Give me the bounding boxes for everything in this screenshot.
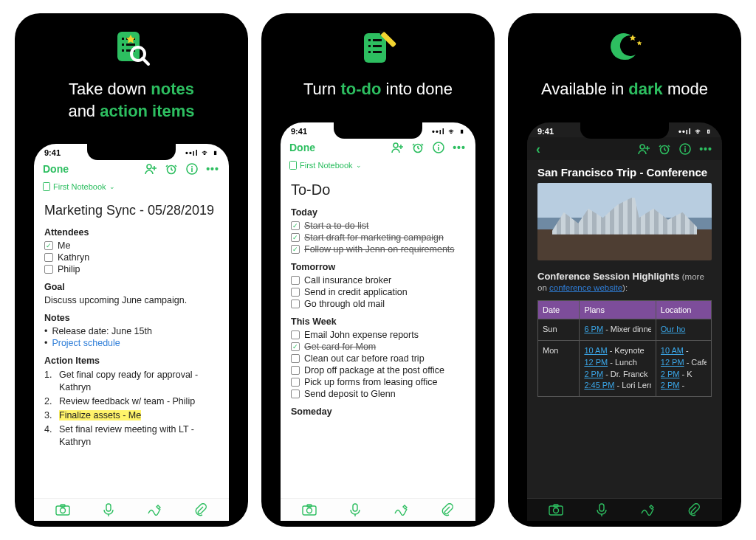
notebook-breadcrumb[interactable]: First Notebook ⌄ [281,158,475,173]
sketch-icon[interactable] [639,503,656,516]
action-item: Finalize assets - Me [44,409,219,422]
svg-rect-19 [56,506,69,515]
camera-icon[interactable] [301,503,317,516]
action-item-text: Set final review meeting with LT - Kathr… [59,423,219,449]
checkbox-label: Start draft for marketing campaign [304,232,444,243]
camera-icon[interactable] [55,503,71,516]
checkbox-icon[interactable]: ✓ [291,245,300,254]
checkbox-row[interactable]: Kathryn [44,252,219,263]
checkbox-row[interactable]: Drop off package at the post office [291,365,465,375]
reminder-icon[interactable] [657,142,672,156]
checkbox-icon[interactable] [291,288,300,297]
svg-rect-22 [106,504,111,511]
share-person-icon[interactable] [636,142,651,156]
svg-rect-18 [44,183,50,191]
info-icon[interactable] [185,162,199,176]
checkbox-icon[interactable] [291,390,300,398]
checkbox-icon[interactable] [291,330,300,339]
note-body[interactable]: Marketing Sync - 05/28/2019 Attendees ✓M… [34,194,229,454]
loc-text: - Cafeteri [684,358,707,367]
reminder-icon[interactable] [410,140,425,155]
attachment-icon[interactable] [439,503,455,516]
svg-rect-3 [122,49,124,52]
time-link[interactable]: 10 AM [661,346,684,355]
checkbox-row[interactable]: Go through old mail [291,299,465,309]
checkbox-row[interactable]: ✓Start a to-do list [291,221,465,231]
share-person-icon[interactable] [390,140,405,155]
conference-website-link[interactable]: conference website [549,283,622,292]
notebook-breadcrumb[interactable]: First Notebook ⌄ [34,179,229,194]
more-icon[interactable]: ••• [452,140,467,155]
time-link[interactable]: 12 PM [661,358,684,367]
checkbox-row[interactable]: ✓Start draft for marketing campaign [291,232,465,243]
attachment-icon[interactable] [685,503,701,516]
time-link[interactable]: 2:45 PM [584,381,614,390]
checkbox-icon[interactable] [291,378,300,387]
camera-icon[interactable] [548,503,564,516]
checkbox-row[interactable]: Pick up forms from leasing office [291,377,465,387]
checkbox-row[interactable]: Clean out car before road trip [291,353,465,364]
time-link[interactable]: 6 PM [584,325,603,333]
done-button[interactable]: Done [43,163,69,175]
done-button[interactable]: Done [289,142,315,153]
checkbox-row[interactable]: Philip [44,264,219,274]
time-link[interactable]: 10 AM [584,346,607,355]
time-link[interactable]: 12 PM [584,358,608,367]
status-icons: ••ıl ᯤ ▮ [185,148,219,157]
location-link[interactable]: Our ho [661,325,686,333]
checkbox-label: Kathryn [58,252,89,263]
time-link[interactable]: 2 PM [661,370,680,378]
note-link[interactable]: Project schedule [52,338,120,348]
checkbox-icon[interactable]: ✓ [291,221,300,230]
checkbox-icon[interactable]: ✓ [44,241,53,250]
note-body[interactable]: To-Do Today✓Start a to-do list✓Start dra… [281,173,475,424]
checkbox-icon[interactable] [291,354,300,363]
share-person-icon[interactable] [143,162,158,176]
checkbox-row[interactable]: Send deposit to Glenn [291,389,465,399]
plan-text: - Dr. Franck [603,370,648,378]
checkbox-icon[interactable] [291,276,300,285]
checkbox-row[interactable]: ✓Follow up with Jenn on requirements [291,244,465,255]
checkbox-icon[interactable]: ✓ [291,342,300,351]
checkbox-row[interactable]: Send in credit application [291,287,465,297]
notch [87,144,176,160]
loc-text: - [679,381,684,390]
checkbox-icon[interactable]: ✓ [291,233,300,242]
microphone-icon[interactable] [100,503,117,516]
checkbox-row[interactable]: ✓Get card for Mom [291,342,465,352]
svg-point-20 [61,508,66,513]
plan-text: - Mixer dinner [603,325,651,333]
attachment-icon[interactable] [192,503,208,516]
checkbox-icon[interactable] [291,366,300,375]
status-icons: ••ıl ᯤ ▮ [432,127,465,136]
notebook-edit-icon [357,27,399,68]
svg-line-14 [171,170,173,170]
col-location: Location [656,300,711,319]
todo-section-heading: Tomorrow [291,262,465,272]
tagline-2: Turn to-do into done [290,78,466,100]
microphone-icon[interactable] [594,503,610,516]
time-link[interactable]: 2 PM [584,370,603,378]
checkbox-row[interactable]: Call insurance broker [291,275,465,285]
promo-panel-2: Turn to-do into done 9:41 ••ıl ᯤ ▮ Done … [261,13,495,527]
moon-stars-icon [604,27,645,68]
sketch-icon[interactable] [393,503,409,516]
checkbox-row[interactable]: ✓Me [44,240,219,251]
more-icon[interactable]: ••• [205,162,220,176]
svg-point-48 [640,145,645,149]
microphone-icon[interactable] [347,503,363,516]
reminder-icon[interactable] [164,162,179,176]
checkbox-icon[interactable] [44,265,53,274]
sketch-icon[interactable] [146,503,162,516]
promo-panel-1: Take down notes and action items 9:41 ••… [15,13,248,527]
time-link[interactable]: 2 PM [661,381,680,390]
checkbox-row[interactable]: Email John expense reports [291,330,465,340]
section-heading: Conference Session Highlights (more on c… [527,260,722,297]
more-icon[interactable]: ••• [698,142,713,156]
checkbox-icon[interactable] [291,300,300,308]
notebook-name: First Notebook [53,182,106,191]
info-icon[interactable] [678,142,693,156]
back-button[interactable]: ‹ [536,142,540,157]
info-icon[interactable] [431,140,446,155]
checkbox-icon[interactable] [44,253,53,262]
